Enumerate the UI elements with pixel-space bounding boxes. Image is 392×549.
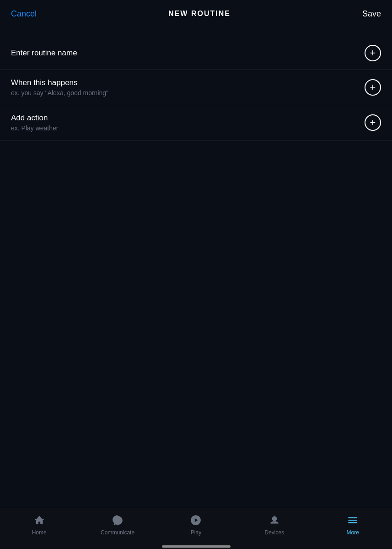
home-icon [33,514,46,527]
header: Cancel NEW ROUTINE Save [0,0,392,27]
main-content: Enter routine name + When this happens e… [0,27,392,150]
when-this-happens-subtitle: ex. you say "Alexa, good morning" [11,89,108,97]
add-action-add-button[interactable]: + [365,114,381,131]
add-action-title: Add action [11,113,59,123]
bottom-nav: Home Communicate Play D [0,508,392,549]
nav-item-communicate[interactable]: Communicate [99,514,136,536]
when-this-happens-title: When this happens [11,78,108,87]
more-icon [346,514,359,527]
add-action-text: Add action ex. Play weather [11,113,59,132]
devices-icon [268,514,281,527]
when-this-happens-row[interactable]: When this happens ex. you say "Alexa, go… [0,70,392,105]
nav-item-home[interactable]: Home [21,514,58,536]
home-nav-label: Home [32,529,47,536]
save-button[interactable]: Save [362,9,381,19]
more-nav-label: More [347,529,359,536]
svg-rect-5 [349,517,358,518]
play-nav-label: Play [191,529,201,536]
plus-icon: + [370,48,376,58]
cancel-button[interactable]: Cancel [11,9,37,19]
routine-name-add-button[interactable]: + [365,45,381,61]
routine-name-row[interactable]: Enter routine name + [0,37,392,70]
nav-item-more[interactable]: More [334,514,371,536]
nav-item-devices[interactable]: Devices [256,514,293,536]
when-this-happens-text: When this happens ex. you say "Alexa, go… [11,78,108,97]
routine-name-title: Enter routine name [11,48,77,58]
play-icon [189,514,202,527]
svg-rect-7 [349,522,358,523]
nav-item-play[interactable]: Play [177,514,214,536]
add-action-subtitle: ex. Play weather [11,124,59,132]
communicate-icon [111,514,124,527]
communicate-nav-label: Communicate [101,529,134,536]
page-title: NEW ROUTINE [168,10,231,18]
scroll-indicator [162,545,231,548]
plus-icon-3: + [370,118,376,128]
svg-rect-6 [349,520,358,521]
routine-name-text: Enter routine name [11,48,77,58]
plus-icon-2: + [370,82,376,92]
add-action-row[interactable]: Add action ex. Play weather + [0,105,392,140]
when-this-happens-add-button[interactable]: + [365,79,381,96]
devices-nav-label: Devices [265,529,285,536]
